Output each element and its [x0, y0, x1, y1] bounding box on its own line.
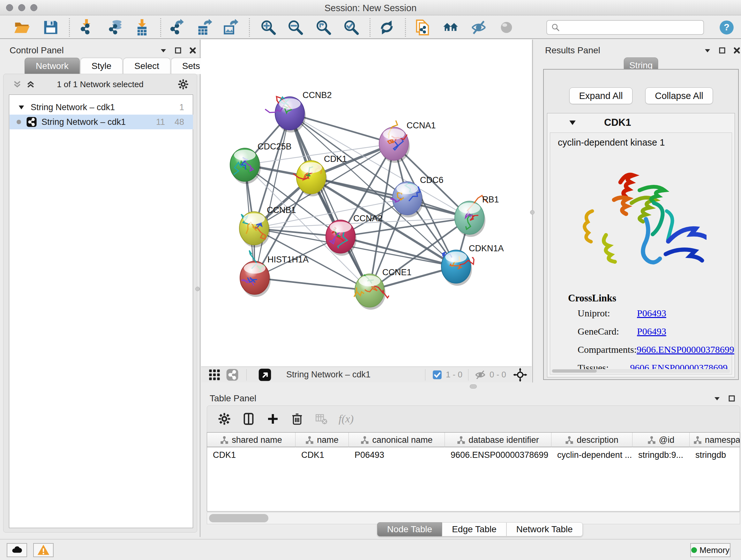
warnings-button[interactable] — [33, 543, 54, 557]
table-cell[interactable]: CDK1 — [295, 448, 349, 462]
tab-edge-table[interactable]: Edge Table — [442, 522, 507, 537]
column-type-icon — [360, 436, 369, 444]
new-network-from-selection-icon[interactable] — [414, 19, 431, 36]
column-header-canonical-name[interactable]: canonical name — [349, 433, 445, 447]
panel-menu-icon[interactable] — [159, 47, 167, 54]
toolbar-separator — [405, 18, 406, 37]
table-settings-gear-icon[interactable] — [218, 413, 231, 425]
crosslink-link[interactable]: 9606.ENSP00000378699 — [636, 344, 734, 355]
zoom-selected-icon[interactable] — [343, 19, 360, 36]
gray-sphere-icon[interactable] — [498, 19, 515, 36]
right-splitter-handle[interactable] — [530, 210, 535, 214]
network-canvas[interactable]: CCNB2CCNA1CDC25BCDK1CDC6RB1CCNB1CCNA2CDK… — [201, 40, 532, 367]
network-edge[interactable] — [311, 177, 469, 218]
panel-close-icon[interactable] — [733, 47, 741, 54]
zoom-out-icon[interactable] — [287, 19, 304, 36]
table-cell[interactable]: cyclin-dependent ... — [551, 448, 632, 462]
tab-network-table[interactable]: Network Table — [507, 522, 583, 537]
table-cell[interactable]: 9606.ENSP00000378699 — [445, 448, 551, 462]
panel-float-icon[interactable] — [718, 47, 726, 54]
crosslink-link[interactable]: P06493 — [637, 326, 666, 337]
tab-network[interactable]: Network — [24, 58, 80, 74]
fit-selected-crosshair-icon[interactable] — [513, 368, 527, 382]
selected-checkbox-icon[interactable] — [432, 370, 442, 380]
bottom-splitter-handle[interactable] — [470, 384, 477, 388]
column-header-database-identifier[interactable]: database identifier — [445, 433, 551, 447]
gene-section-header[interactable]: CDK1 — [547, 113, 735, 132]
grid-view-icon[interactable] — [208, 368, 221, 381]
network-row[interactable]: String Network – cdk1 11 48 — [10, 115, 193, 129]
help-icon[interactable]: ? — [718, 19, 735, 36]
table-hscrollbar-thumb[interactable] — [209, 514, 268, 522]
export-image-icon[interactable] — [222, 19, 239, 36]
network-edge[interactable] — [255, 278, 369, 291]
panel-close-icon[interactable] — [189, 47, 197, 54]
import-network-file-icon[interactable] — [78, 19, 95, 36]
network-share-icon[interactable] — [226, 368, 239, 381]
network-node[interactable]: CDC6 — [390, 175, 443, 217]
network-node[interactable]: CCNB2 — [265, 90, 332, 132]
search-input[interactable] — [546, 20, 704, 35]
import-table-file-icon[interactable] — [133, 19, 151, 36]
column-header-namespace[interactable]: namespace — [690, 433, 740, 447]
select-columns-icon[interactable] — [242, 413, 255, 425]
table-cell[interactable]: stringdb — [690, 448, 740, 462]
network-collection-row[interactable]: String Network – cdk1 1 — [10, 100, 193, 115]
network-node[interactable]: CCNE1 — [354, 267, 411, 310]
export-table-icon[interactable] — [196, 19, 213, 36]
panel-menu-icon[interactable] — [713, 395, 721, 402]
control-panel-title: Control Panel — [10, 45, 64, 56]
network-node[interactable]: RB1 — [455, 195, 499, 237]
clear-table-icon — [315, 413, 328, 425]
panel-float-icon[interactable] — [174, 47, 182, 54]
protein-structure-image — [572, 152, 706, 289]
network-edge[interactable] — [255, 113, 290, 278]
tab-select[interactable]: Select — [123, 58, 171, 74]
panel-float-icon[interactable] — [728, 395, 736, 402]
collection-label: String Network – cdk1 — [30, 103, 115, 112]
column-header-description[interactable]: description — [551, 433, 632, 447]
node-label: CCNB1 — [267, 205, 296, 215]
open-session-icon[interactable] — [13, 19, 30, 36]
node-label: CCNE1 — [382, 267, 412, 277]
column-header-name[interactable]: name — [295, 433, 349, 447]
column-header-shared-name[interactable]: shared name — [207, 433, 295, 447]
column-header--id[interactable]: @id — [632, 433, 690, 447]
import-network-database-icon[interactable] — [106, 19, 124, 36]
tab-style[interactable]: Style — [80, 58, 123, 74]
delete-column-icon[interactable] — [291, 413, 304, 425]
add-column-icon[interactable] — [266, 413, 279, 425]
network-node[interactable]: CDKN1A — [441, 244, 504, 286]
crosslink-link[interactable]: P06493 — [637, 308, 666, 319]
table-cell[interactable]: stringdb:9... — [632, 448, 690, 462]
toolbar-separator — [160, 18, 161, 37]
memory-button[interactable]: Memory — [690, 543, 731, 557]
network-label: String Network – cdk1 — [42, 117, 126, 127]
network-view: CCNB2CCNA1CDC25BCDK1CDC6RB1CCNB1CCNA2CDK… — [201, 40, 532, 382]
collection-expand-icon[interactable] — [18, 104, 25, 111]
show-hide-icon[interactable] — [470, 19, 487, 36]
table-cell[interactable]: CDK1 — [207, 448, 295, 462]
zoom-in-icon[interactable] — [260, 19, 277, 36]
birdseye-view-icon[interactable] — [258, 368, 272, 381]
cloud-button[interactable] — [7, 543, 27, 557]
panel-menu-icon[interactable] — [704, 47, 711, 54]
refresh-layout-icon[interactable] — [378, 19, 395, 36]
results-panel: Results Panel String Expand All Collapse… — [532, 40, 741, 382]
crosslink-row: Compartments:9606.ENSP00000378699 — [578, 344, 728, 355]
collapse-all-button[interactable]: Collapse All — [645, 87, 713, 104]
first-neighbors-icon[interactable] — [442, 19, 459, 36]
results-hscrollbar[interactable] — [551, 369, 730, 373]
network-node[interactable]: HIST1H1A — [240, 250, 309, 297]
table-cell[interactable]: P06493 — [349, 448, 445, 462]
network-options-gear-icon[interactable] — [178, 79, 189, 90]
export-network-icon[interactable] — [167, 19, 185, 36]
network-node[interactable]: CDK1 — [293, 154, 347, 196]
crosslink-label: GeneCard: — [578, 326, 637, 337]
left-splitter-handle[interactable] — [195, 287, 200, 291]
tab-node-table[interactable]: Node Table — [377, 522, 442, 537]
expand-all-button[interactable]: Expand All — [569, 87, 632, 104]
section-collapse-icon[interactable] — [568, 118, 577, 127]
save-session-icon[interactable] — [42, 19, 59, 36]
zoom-fit-icon[interactable] — [315, 19, 332, 36]
